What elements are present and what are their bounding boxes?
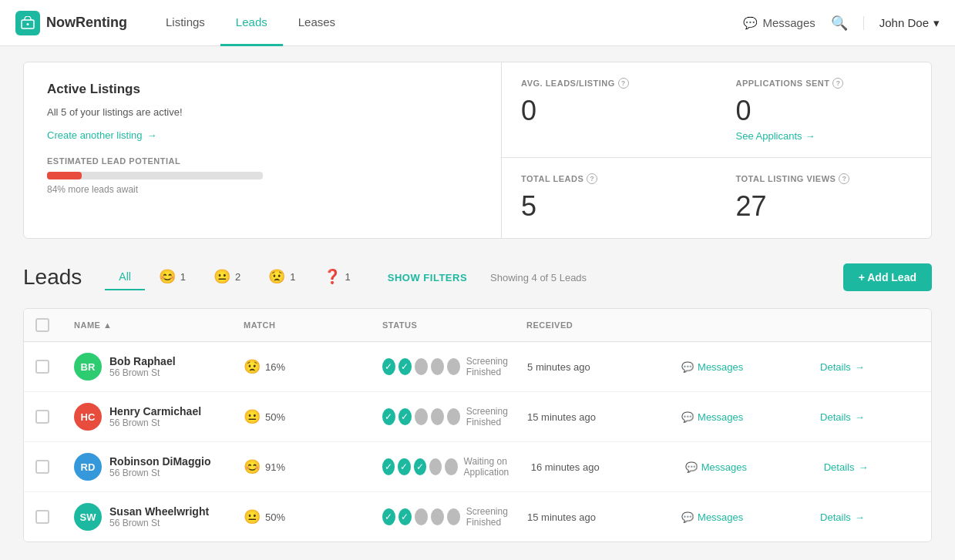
leads-tabs: All 😊 1 😐 2 😟 1 ❓ 1: [105, 262, 365, 293]
total-leads-value: 5: [521, 190, 698, 223]
chat-icon: 💬: [681, 411, 694, 423]
lead-potential-sub: 84% more leads await: [47, 184, 478, 195]
row-status-cell: ✓✓✓ Waiting on Application: [382, 456, 531, 478]
row-match-cell: 😐 50%: [244, 408, 382, 425]
match-percent: 16%: [265, 361, 285, 373]
details-link[interactable]: Details →: [820, 361, 920, 373]
row-checkbox[interactable]: [35, 460, 74, 474]
leads-title: Leads: [23, 265, 82, 290]
row-match-cell: 😟 16%: [244, 358, 382, 375]
status-text: Screening Finished: [466, 506, 527, 528]
progress-bar-fill: [47, 172, 82, 179]
select-all-checkbox[interactable]: [35, 318, 49, 332]
table-row: SW Susan Wheelwright 56 Brown St 😐 50% ✓…: [24, 492, 931, 542]
details-link[interactable]: Details →: [820, 411, 920, 423]
tab-sad[interactable]: 😟 1: [254, 262, 309, 293]
row-name-cell: HC Henry Carmichael 56 Brown St: [74, 403, 244, 431]
row-status-cell: ✓✓ Screening Finished: [382, 506, 527, 528]
chat-icon: 💬: [681, 361, 694, 373]
logo[interactable]: NowRenting: [15, 11, 127, 35]
avg-leads-box: AVG. LEADS/LISTING ? 0: [502, 62, 717, 158]
tab-neutral[interactable]: 😐 2: [200, 262, 254, 293]
nav-listings[interactable]: Listings: [150, 0, 220, 46]
tab-question[interactable]: ❓ 1: [310, 262, 365, 293]
match-percent: 50%: [265, 411, 285, 423]
nav-leases[interactable]: Leases: [283, 0, 351, 46]
avatar: SW: [74, 503, 102, 531]
leads-table: NAME ▲ MATCH STATUS RECEIVED BR Bob Raph…: [23, 308, 932, 542]
match-icon: 😟: [244, 358, 261, 375]
table-row: HC Henry Carmichael 56 Brown St 😐 50% ✓✓…: [24, 392, 931, 442]
status-text: Screening Finished: [466, 356, 527, 377]
match-icon: 😊: [244, 458, 261, 475]
row-received: 15 minutes ago: [527, 411, 681, 423]
status-text: Waiting on Application: [464, 456, 531, 478]
arrow-right-icon: →: [855, 361, 865, 373]
show-filters-button[interactable]: SHOW FILTERS: [380, 272, 475, 283]
messages-link[interactable]: 💬 Messages: [681, 361, 820, 373]
match-icon: 😐: [244, 408, 261, 425]
lead-address: 56 Brown St: [109, 468, 210, 478]
arrow-right-icon: →: [858, 461, 868, 473]
stats-left: Active Listings All 5 of your listings a…: [24, 62, 502, 238]
row-checkbox[interactable]: [35, 410, 74, 424]
row-name-cell: BR Bob Raphael 56 Brown St: [74, 353, 244, 381]
details-link[interactable]: Details →: [824, 461, 924, 473]
nav-leads[interactable]: Leads: [220, 0, 283, 46]
row-name-cell: RD Robinson DiMaggio 56 Brown St: [74, 453, 244, 481]
applications-box: APPLICATIONS SENT ? 0 See Applicants →: [717, 62, 932, 158]
progress-bar-container: [47, 172, 263, 179]
messages-link[interactable]: 💬 Messages: [685, 461, 824, 473]
avg-leads-help-icon[interactable]: ?: [618, 78, 629, 89]
table-header-row: NAME ▲ MATCH STATUS RECEIVED: [24, 309, 931, 342]
avg-leads-value: 0: [521, 95, 698, 127]
applications-value: 0: [736, 95, 913, 127]
total-leads-box: TOTAL LEADS ? 5: [502, 158, 717, 238]
svg-point-1: [27, 23, 29, 25]
add-lead-button[interactable]: + Add Lead: [843, 263, 932, 291]
search-button[interactable]: 🔍: [831, 15, 848, 32]
lead-name: Robinson DiMaggio: [109, 455, 210, 468]
details-link[interactable]: Details →: [820, 511, 920, 523]
chat-icon: 💬: [685, 461, 698, 473]
total-leads-help-icon[interactable]: ?: [587, 173, 597, 184]
lead-potential: ESTIMATED LEAD POTENTIAL 84% more leads …: [47, 156, 478, 195]
row-checkbox[interactable]: [35, 510, 74, 524]
tab-all[interactable]: All: [105, 264, 145, 290]
avatar: HC: [74, 403, 102, 431]
active-listings-title: Active Listings: [47, 82, 478, 97]
total-views-label: TOTAL LISTING VIEWS ?: [736, 173, 913, 184]
total-leads-label: TOTAL LEADS ?: [521, 173, 698, 184]
messages-link[interactable]: 💬 Messages: [681, 511, 820, 523]
applications-help-icon[interactable]: ?: [832, 78, 843, 89]
happy-face-icon: 😊: [159, 268, 176, 285]
row-match-cell: 😊 91%: [244, 458, 382, 475]
messages-button[interactable]: 💬 Messages: [743, 16, 815, 30]
sad-face-icon: 😟: [268, 268, 285, 285]
arrow-right-icon: →: [855, 511, 865, 523]
create-listing-link[interactable]: Create another listing →: [47, 129, 478, 141]
total-views-help-icon[interactable]: ?: [839, 173, 849, 184]
row-name-cell: SW Susan Wheelwright 56 Brown St: [74, 503, 244, 531]
main-content: Active Listings All 5 of your listings a…: [0, 46, 955, 558]
th-name[interactable]: NAME ▲: [74, 320, 244, 330]
messages-link[interactable]: 💬 Messages: [681, 411, 820, 423]
lead-address: 56 Brown St: [109, 518, 209, 528]
user-menu[interactable]: John Doe ▾: [863, 16, 940, 30]
showing-text: Showing 4 of 5 Leads: [490, 272, 587, 283]
arrow-right-icon: →: [805, 130, 815, 142]
lead-name: Bob Raphael: [109, 355, 176, 367]
avatar: BR: [74, 353, 102, 381]
arrow-right-icon: →: [147, 129, 157, 141]
match-percent: 50%: [265, 511, 285, 523]
stats-right: AVG. LEADS/LISTING ? 0 APPLICATIONS SENT…: [502, 62, 931, 238]
avatar: RD: [74, 453, 102, 481]
table-body: BR Bob Raphael 56 Brown St 😟 16% ✓✓ Scre…: [24, 342, 931, 542]
header: NowRenting Listings Leads Leases 💬 Messa…: [0, 0, 955, 46]
lead-address: 56 Brown St: [109, 417, 201, 428]
active-listings-desc: All 5 of your listings are active!: [47, 106, 478, 118]
row-checkbox[interactable]: [35, 360, 74, 374]
th-checkbox: [35, 318, 74, 332]
tab-happy[interactable]: 😊 1: [145, 262, 200, 293]
see-applicants-link[interactable]: See Applicants →: [736, 130, 913, 142]
